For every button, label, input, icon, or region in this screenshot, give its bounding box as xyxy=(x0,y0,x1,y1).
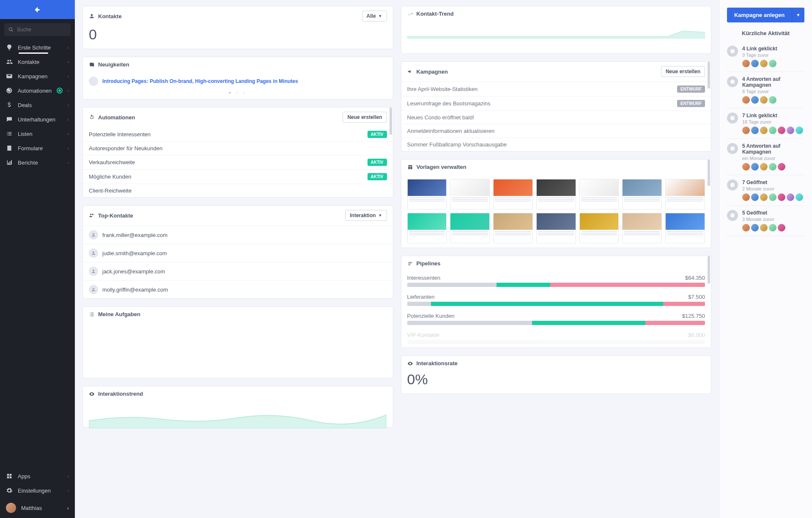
template-thumbnail[interactable] xyxy=(665,179,705,209)
template-thumbnail[interactable] xyxy=(579,179,619,209)
users-icon xyxy=(89,212,95,218)
user-menu[interactable]: Matthias › xyxy=(0,498,75,518)
nav-listen[interactable]: Listen › xyxy=(0,127,75,141)
interaktionstrend-chart xyxy=(89,406,387,428)
automationen-row[interactable]: Potenzielle InteressentenAKTIV xyxy=(83,127,393,141)
activity-item[interactable]: 5 Antworten auf Kampagnenein Monat zuvor xyxy=(727,139,804,175)
nav-apps[interactable]: Apps › xyxy=(0,469,75,483)
kampagnen-card: Kampagnen Neue erstellen Ihre April-Webs… xyxy=(401,61,712,152)
activity-icon xyxy=(727,143,738,154)
topkontakte-title: Top-Kontakte xyxy=(98,212,133,219)
nav-formulare[interactable]: Formulare › xyxy=(0,141,75,155)
activity-icon xyxy=(727,179,738,190)
template-thumbnail[interactable] xyxy=(450,179,490,209)
topkontakte-row[interactable]: frank.miller@example.com xyxy=(83,226,393,244)
kampagne-row[interactable]: Ihre April-Website-StatistikenENTWURF xyxy=(401,82,711,96)
contact-avatar xyxy=(89,285,98,294)
nav-berichte[interactable]: Berichte › xyxy=(0,155,75,170)
trend-icon xyxy=(407,11,413,17)
pipeline-bar xyxy=(407,340,705,344)
interaktionsrate-title: Interaktionsrate xyxy=(417,360,458,366)
kampagne-row[interactable]: Neues Condo eröffnet bald! xyxy=(401,110,711,124)
kampagne-anlegen-dropdown[interactable]: ▼ xyxy=(792,8,804,22)
lightbulb-icon xyxy=(6,44,13,51)
gear-icon xyxy=(6,487,13,494)
automationen-row[interactable]: Autoresponder für Neukunden xyxy=(83,141,393,155)
kontakt-trend-chart xyxy=(407,26,705,39)
kampagne-row[interactable]: Anmeldeinformationen aktualisieren xyxy=(401,124,711,138)
contact-avatar xyxy=(89,230,98,240)
news-avatar xyxy=(89,77,98,86)
automationen-title: Automationen xyxy=(98,114,135,121)
automationen-row[interactable]: Mögliche KundenAKTIV xyxy=(83,169,393,184)
nav-einstellungen[interactable]: Einstellungen › xyxy=(0,483,75,498)
activity-panel: Kampagne anlegen ▼ Kürzliche Aktivität 4… xyxy=(719,0,812,518)
activity-item[interactable]: 4 Link geklickt3 Tage zuvor xyxy=(727,41,804,72)
logo[interactable] xyxy=(0,0,75,19)
pipeline-row[interactable]: Potenzielle Kunden$125.750 xyxy=(401,309,711,328)
template-thumbnail[interactable] xyxy=(622,213,662,243)
eye-icon xyxy=(407,361,413,366)
topkontakte-row[interactable]: jack.jones@example.com xyxy=(83,262,393,280)
form-icon xyxy=(6,145,13,152)
template-thumbnail[interactable] xyxy=(665,213,705,243)
topkontakte-row[interactable]: molly.griffin@example.com xyxy=(83,280,393,298)
kontakte-filter[interactable]: Alle ▼ xyxy=(362,11,387,22)
nav-deals[interactable]: Deals › xyxy=(0,98,75,112)
topkontakte-row[interactable]: judie.smith@example.com xyxy=(83,244,393,262)
search-input[interactable] xyxy=(4,23,71,36)
user-icon xyxy=(89,13,95,19)
activity-icon xyxy=(727,113,738,124)
news-headline[interactable]: Introducing Pages: Publish On-brand, Hig… xyxy=(102,78,298,84)
pipelines-card: Pipelines Interessenten$64.350Lieferante… xyxy=(401,256,712,348)
template-thumbnail[interactable] xyxy=(622,179,662,209)
automation-icon xyxy=(6,87,13,94)
template-thumbnail[interactable] xyxy=(493,179,533,209)
nav-erste-schritte[interactable]: Erste Schritte › xyxy=(0,40,75,55)
chevron-right-icon: › xyxy=(68,132,69,136)
kontakte-card: Kontakte Alle ▼ 0 xyxy=(82,6,393,49)
chart-icon xyxy=(6,159,13,166)
kampagne-row[interactable]: Leserumfrage des BootsmagazinsENTWURF xyxy=(401,96,711,110)
automationen-create[interactable]: Neue erstellen xyxy=(343,112,387,123)
kampagne-anlegen-button[interactable]: Kampagne anlegen xyxy=(727,8,792,22)
activity-title: Kürzliche Aktivität xyxy=(727,30,804,36)
status-badge: ENTWURF xyxy=(677,85,705,93)
template-thumbnail[interactable] xyxy=(536,179,576,209)
pipeline-row[interactable]: Interessenten$64.350 xyxy=(401,271,711,290)
template-thumbnail[interactable] xyxy=(579,213,619,243)
chevron-right-icon: › xyxy=(68,146,69,151)
sidebar: Erste Schritte › Kontakte › Kampagnen › … xyxy=(0,0,75,518)
nav-automationen[interactable]: Automationen › xyxy=(0,83,75,98)
nav-kontakte[interactable]: Kontakte › xyxy=(0,55,75,69)
pagination-dots[interactable]: ● ○ ○ xyxy=(83,90,393,99)
nav-kampagnen[interactable]: Kampagnen › xyxy=(0,69,75,83)
automationen-row[interactable]: VerkaufsreichweiteAKTIV xyxy=(83,155,393,169)
template-thumbnail[interactable] xyxy=(407,213,447,243)
template-thumbnail[interactable] xyxy=(536,213,576,243)
status-badge: AKTIV xyxy=(368,173,387,180)
user-avatar xyxy=(6,503,16,513)
activity-item[interactable]: 7 Link geklickt18 Tage zuvor xyxy=(727,108,804,139)
template-thumbnail[interactable] xyxy=(450,213,490,243)
pipeline-row[interactable]: Lieferanten$7.500 xyxy=(401,290,711,309)
status-badge: ENTWURF xyxy=(677,100,705,107)
pipeline-row[interactable]: VIP-Kontakte$6.000 xyxy=(401,328,711,347)
aufgaben-card: Meine Aufgaben xyxy=(82,306,393,378)
activity-item[interactable]: 7 Geöffnet2 Monate zuvor xyxy=(727,175,804,206)
interaktionstrend-card: Interaktionstrend xyxy=(82,386,393,427)
topkontakte-filter[interactable]: Interaktion ▼ xyxy=(345,210,387,221)
vorlagen-title: Vorlagen verwalten xyxy=(417,164,466,170)
tasks-icon xyxy=(89,311,95,317)
template-thumbnail[interactable] xyxy=(493,213,533,243)
automationen-row[interactable]: Client-Reichweite xyxy=(83,184,393,197)
activity-item[interactable]: 5 Geöffnet3 Monate zuvor xyxy=(727,206,804,236)
kampagne-row[interactable]: Sommer Fußballcamp Vorschauausgabe xyxy=(401,138,711,151)
contact-avatar xyxy=(89,267,98,276)
kampagnen-create[interactable]: Neue erstellen xyxy=(661,66,705,77)
template-thumbnail[interactable] xyxy=(407,179,447,209)
nav-unterhaltungen[interactable]: Unterhaltungen › xyxy=(0,112,75,127)
activity-avatars xyxy=(742,96,804,104)
activity-item[interactable]: 4 Antworten auf Kampagnen8 Tage zuvor xyxy=(727,72,804,108)
chevron-right-icon: › xyxy=(68,88,69,93)
